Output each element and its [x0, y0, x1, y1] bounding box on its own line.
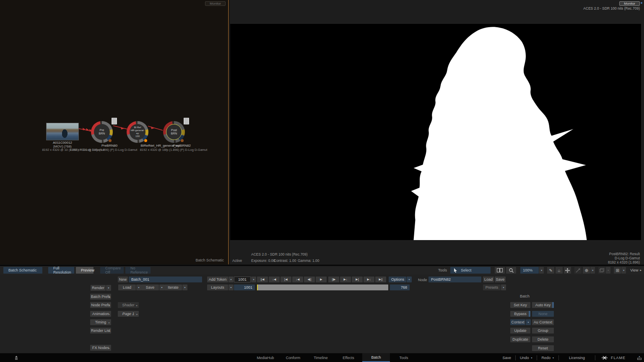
zoom-level-dropdown[interactable]: ▼ [539, 267, 544, 274]
batch-schematic-view-button[interactable]: Batch Schematic [3, 267, 42, 274]
monitor-button-left[interactable]: Monitor [205, 1, 226, 6]
tab-conform[interactable]: Conform [279, 353, 307, 362]
load-batch-dropdown[interactable]: ▼ [136, 284, 141, 290]
no-reference-button[interactable]: No Reference [125, 267, 151, 274]
render-list-button[interactable]: Render List▸ [90, 328, 111, 334]
play-reverse-button[interactable]: ◀|| [304, 277, 315, 282]
preview-button[interactable]: Preview [76, 267, 93, 274]
monitor-button[interactable]: Monitor [619, 1, 640, 6]
layer-view-button[interactable] [598, 267, 605, 274]
node-birefnet[interactable]: BI Ref HR-general-ep 130 [127, 121, 148, 143]
previous-segment-button[interactable]: [◀ [280, 277, 291, 282]
end-frame-field[interactable]: 768 [390, 284, 410, 290]
new-batch-button[interactable]: New [118, 277, 128, 282]
batch-schematic-panel[interactable]: Monitor A011C00012 [MOV] (768) 8192 x 43… [0, 0, 229, 264]
add-token-dropdown[interactable]: ▼ [229, 277, 234, 282]
current-frame-field[interactable]: 1001 [234, 277, 251, 282]
compare-off-button[interactable]: Compare Off [100, 267, 124, 274]
render-dropdown[interactable]: ▼ [106, 285, 111, 291]
tab-timeline[interactable]: Timeline [307, 353, 335, 362]
session-menu[interactable]: ▼ [637, 355, 641, 360]
node-prebrn80[interactable]: Pre BRN [91, 121, 113, 143]
batch-prefs-button[interactable]: Batch Prefs▸ [90, 294, 111, 300]
context-dropdown[interactable]: ▼ [526, 319, 531, 325]
step-back-button[interactable]: ↓◀ [292, 277, 303, 282]
layouts-button[interactable]: Layouts [207, 284, 228, 290]
page-button[interactable]: Page 1▸ [118, 311, 139, 317]
duplicate-button[interactable]: Duplicate [510, 336, 530, 342]
undo-dropdown-icon[interactable]: ▼ [531, 357, 533, 359]
zoom-level-field[interactable]: 100% [520, 267, 539, 274]
positioner[interactable] [257, 284, 258, 290]
load-batch-button[interactable]: Load [118, 284, 136, 290]
node-prefs-button[interactable]: Node Prefs▸ [90, 302, 111, 308]
context-button[interactable]: Context [510, 319, 525, 325]
tab-mediahub[interactable]: MediaHub [252, 353, 279, 362]
add-token-button[interactable]: Add Token [207, 277, 228, 282]
go-to-end-button[interactable]: ▶|| [375, 277, 386, 282]
animation-button[interactable]: Animation▸ [90, 311, 111, 317]
home-view-button[interactable]: ⌂ [556, 267, 563, 274]
save-batch-dropdown[interactable]: ▼ [159, 284, 164, 290]
matte-image[interactable] [230, 24, 641, 240]
timing-button[interactable]: Timing▸ [90, 319, 111, 325]
pan-tool-button[interactable]: ✎ [547, 267, 554, 274]
tab-tools[interactable]: Tools [390, 353, 418, 362]
fit-view-button[interactable] [564, 267, 571, 274]
group-button[interactable]: Group [532, 328, 554, 334]
timebar[interactable] [257, 284, 388, 290]
fx-nodes-button[interactable]: FX Nodes▸ [90, 345, 111, 351]
bypass-button[interactable]: Bypass [510, 311, 530, 317]
step-forward-button[interactable]: ▶↓ [340, 277, 351, 282]
layouts-dropdown[interactable]: ▼ [229, 284, 234, 290]
grid-overlay-button[interactable]: ⊕ [583, 267, 590, 274]
iterate-dropdown[interactable]: ▼ [182, 284, 187, 290]
options-button[interactable]: Options [389, 277, 406, 282]
node-postbrn82[interactable]: Post BRN [163, 121, 185, 143]
next-keyframe-button[interactable]: ▶↓ [364, 277, 374, 282]
frame-dropdown[interactable]: ▼ [251, 277, 256, 282]
render-button[interactable]: Render [91, 285, 106, 291]
zoom-tool-button[interactable] [506, 267, 516, 274]
layer-view-dropdown[interactable]: ▼ [606, 267, 610, 274]
colour-picker-button[interactable] [574, 267, 582, 274]
presets-dropdown[interactable]: ▼ [501, 284, 506, 290]
bypass-mode-field[interactable]: None [532, 311, 554, 317]
shader-button[interactable]: Shader▸ [118, 302, 139, 308]
licensing-button[interactable]: Licensing [559, 356, 595, 360]
au-context-button[interactable]: Au Context [532, 319, 554, 325]
full-resolution-button[interactable]: Full Resolution [48, 267, 74, 274]
options-dropdown[interactable]: ▼ [407, 277, 412, 282]
node-load-button[interactable]: Load [483, 277, 494, 282]
redo-button[interactable]: Redo▼ [537, 356, 558, 360]
redo-dropdown-icon[interactable]: ▼ [552, 357, 554, 359]
add-view-button[interactable]: ⊞ [614, 267, 621, 274]
presets-button[interactable]: Presets [483, 284, 501, 290]
quick-access-icon[interactable] [14, 356, 18, 360]
set-key-button[interactable]: Set Key [510, 302, 530, 308]
previous-keyframe-button[interactable]: ↓◀ [269, 277, 280, 282]
auto-key-button[interactable]: Auto Key [532, 302, 554, 308]
batch-name-field[interactable]: Batch_001 [129, 277, 202, 282]
update-button[interactable]: Update [510, 328, 530, 334]
next-segment-button[interactable]: ▶] [352, 277, 363, 282]
save-button-global[interactable]: Save [499, 356, 516, 360]
go-to-start-button[interactable]: ||◀ [257, 277, 268, 282]
reset-button[interactable]: Reset [532, 345, 554, 351]
add-view-dropdown[interactable]: ▼ [621, 267, 626, 274]
play-button[interactable]: ▶ [316, 277, 327, 282]
split-view-button[interactable] [495, 267, 505, 274]
node-name-field[interactable]: PostBRN82 [428, 277, 481, 282]
tab-effects[interactable]: Effects [335, 353, 362, 362]
grid-overlay-dropdown[interactable]: ▼ [590, 267, 595, 274]
start-frame-field[interactable]: 1001 [234, 284, 255, 290]
viewer-panel[interactable]: Monitor ACES 2.0 - SDR 100 nits (Rec.709… [230, 0, 644, 264]
undo-button[interactable]: Undo▼ [516, 356, 537, 360]
iterate-button[interactable]: Iterate [164, 284, 182, 290]
save-batch-button[interactable]: Save [141, 284, 159, 290]
delete-button[interactable]: Delete [532, 336, 554, 342]
play-pause-button[interactable]: ||▶ [328, 277, 339, 282]
view-menu-button[interactable]: View ▸ [630, 268, 641, 272]
node-save-button[interactable]: Save [495, 277, 506, 282]
tab-batch[interactable]: Batch [362, 353, 390, 362]
